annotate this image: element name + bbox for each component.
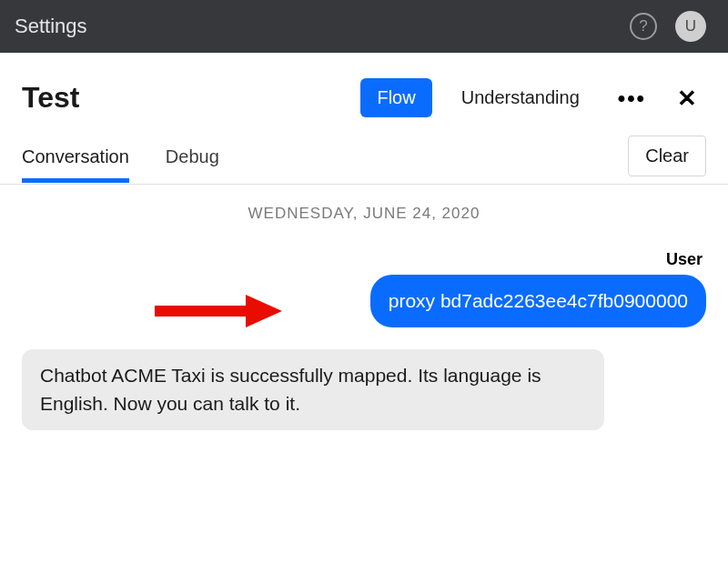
top-bar: Settings ? U (0, 0, 728, 53)
tabs-row: Conversation Debug Clear (0, 126, 728, 185)
content-area: Test Flow Understanding ••• ✕ Conversati… (0, 53, 728, 474)
tab-conversation[interactable]: Conversation (22, 137, 129, 182)
top-bar-actions: ? U (630, 11, 706, 42)
user-message-bubble: proxy bd7adc2263ee4c7fb0900000 (370, 275, 706, 327)
bot-message-bubble: Chatbot ACME Taxi is successfully mapped… (22, 349, 604, 430)
date-divider: WEDNESDAY, JUNE 24, 2020 (22, 205, 706, 223)
help-icon[interactable]: ? (630, 13, 657, 40)
close-icon[interactable]: ✕ (668, 81, 706, 116)
chat-area: WEDNESDAY, JUNE 24, 2020 User proxy bd7a… (0, 185, 728, 474)
sender-label: User (666, 250, 706, 269)
clear-button[interactable]: Clear (628, 136, 706, 176)
settings-title: Settings (15, 15, 87, 38)
understanding-button[interactable]: Understanding (445, 78, 596, 117)
message-row-user: User proxy bd7adc2263ee4c7fb0900000 (22, 250, 706, 327)
page-title: Test (22, 81, 348, 115)
page-header: Test Flow Understanding ••• ✕ (0, 53, 728, 126)
avatar[interactable]: U (675, 11, 706, 42)
tab-debug[interactable]: Debug (166, 137, 219, 182)
more-icon[interactable]: ••• (609, 82, 655, 115)
flow-button[interactable]: Flow (360, 78, 431, 117)
message-row-bot: Chatbot ACME Taxi is successfully mapped… (22, 349, 706, 430)
